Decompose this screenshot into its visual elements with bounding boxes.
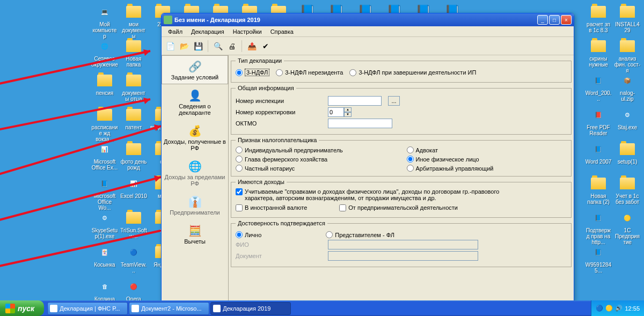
tray-icon[interactable]: 🟡 [605,305,613,312]
desktop-icon[interactable]: расчет зп в 1с 8.3 [585,3,612,33]
desktop-icon[interactable]: ⚙Staj.exe [614,106,641,130]
desktop-icon[interactable]: документы отца [120,72,147,102]
oktmo-input[interactable] [328,119,392,128]
inspection-input[interactable] [328,96,382,106]
trust-radio-0[interactable]: Лично [236,231,261,238]
tray-icon[interactable]: 🔵 [596,305,603,312]
doc-label: Документ [236,253,321,259]
save-file-button[interactable]: 💾 [192,40,204,53]
desktop-icon[interactable]: пенсия [91,72,118,96]
desktop-icon[interactable]: 🔴Opera [120,278,147,302]
menu-Декларация[interactable]: Декларация [187,27,229,36]
desktop-icon[interactable]: 📊Excel 2010 [120,175,147,199]
desktop-icon[interactable]: фото день рожд [120,141,147,171]
decltype-radio-2[interactable]: 3-НДФЛ при завершении деятельности ИП [349,69,476,76]
desktop-icon[interactable]: анализ фин. сост-я [614,38,641,74]
desktop-icon[interactable]: патент [120,106,147,130]
correction-spin-down[interactable]: ▼ [344,112,352,117]
desktop-icon[interactable]: 🟡1С Предприятие [614,209,641,245]
file-icon [619,38,636,55]
file-icon: 📘 [590,72,607,89]
file-icon: 📦 [619,72,636,89]
tray-icon[interactable]: 🔊 [615,305,623,312]
desktop-icon[interactable]: 📦nalog-ul.zip [614,72,641,102]
taxpayer-radio-5[interactable]: Арбитражный управляющий [407,165,567,172]
system-tray[interactable]: 🔵 🟡 🔊 12:55 [591,300,644,316]
sidebar-item-0[interactable]: 🔗Задание условий [162,55,228,84]
open-file-button[interactable]: 📂 [178,40,191,53]
sidebar-item-5[interactable]: 🧮Вычеты [162,219,228,248]
desktop-icon[interactable]: ⚙SkypeSetup(1).exe [91,209,118,239]
desktop-icon[interactable]: TriSun.Softw... [120,209,147,239]
preview-button[interactable]: 🔍 [211,40,224,53]
desktop-icon[interactable]: 💻Мой компьютер [91,3,118,39]
desktop-icon[interactable]: 📕Free PDF Reader [585,106,612,136]
oktmo-label: ОКТМО [236,120,321,127]
file-icon: 📘 [96,175,113,192]
decltype-radio-1[interactable]: 3-НДФЛ нерезидента [276,69,343,76]
general-info-group: Общая информация Номер инспекции ... Ном… [231,85,572,135]
taxpayer-radio-4[interactable]: Иное физическое лицо [407,156,567,163]
declaration-type-legend: Тип декларации [236,57,284,64]
titlebar[interactable]: Без имени - Декларация 2019 _ □ × [162,13,574,26]
sidebar-item-2[interactable]: 💰Доходы, полученные в РФ [162,120,228,155]
check-button[interactable]: ✔ [259,40,272,53]
desktop-icon[interactable]: 🃏Косынка [91,244,118,268]
new-file-button[interactable]: 📄 [164,40,177,53]
print-button[interactable]: 🖨 [225,40,238,53]
desktop-icon[interactable]: 🌐Сетевое окружение [91,38,118,68]
desktop-icon[interactable]: скрины нужные [585,38,612,68]
sidebar-icon: 🧮 [163,223,226,238]
desktop-icon[interactable]: 📘Подтвержд прав на http... [585,209,612,245]
desktop-icon[interactable]: 📊Microsoft Office Ex... [91,141,118,171]
app-window: Без имени - Декларация 2019 _ □ × ФайлДе… [161,13,574,302]
menu-Файл[interactable]: Файл [164,27,187,36]
maximize-button[interactable]: □ [549,15,560,25]
sidebar-item-4: 👔Предприниматели [162,190,228,219]
desktop-icon[interactable]: мои документы [120,3,147,39]
taskbar-task[interactable]: Документ2 - Microso... [129,302,209,315]
sidebar-icon: 👔 [163,194,226,209]
close-button[interactable]: × [561,15,572,25]
desktop-icon[interactable]: INSTALL429 [614,3,641,33]
desktop-icon[interactable]: setup(1) [614,141,641,165]
minimize-button[interactable]: _ [537,15,548,25]
desktop-icon[interactable]: 🗑Корзина [91,278,118,302]
trust-legend: Достоверность подтверждается [236,220,327,226]
desktop-icon[interactable]: Новая папка (2) [585,175,612,205]
menu-Справка[interactable]: Справка [266,27,298,36]
desktop-icon[interactable]: 📘W95912845... [585,244,612,274]
correction-input[interactable] [328,107,344,117]
desktop-icon[interactable]: 🔵TeamView... [120,244,147,274]
file-icon [590,38,607,55]
menu-Настройки[interactable]: Настройки [229,27,266,36]
taxpayer-radio-2[interactable]: Частный нотариус [236,165,396,172]
taskbar-task[interactable]: Декларация | ФНС Р... [47,302,128,315]
desktop-icon[interactable]: Учет в 1с без забот [614,175,641,205]
file-icon [590,3,607,20]
desktop-icon[interactable]: Новая папка [120,38,147,68]
taxpayer-radio-1[interactable]: Глава фермерского хозяйства [236,156,396,163]
desktop-icon[interactable]: расписание жд вокза... [91,106,118,142]
desktop-icon[interactable]: 📘Word 2007 [585,141,612,165]
income-chk3[interactable]: От предпринимательской деятельности [339,204,458,211]
inspection-lookup-button[interactable]: ... [388,96,400,106]
file-icon [125,38,142,55]
correction-spin-up[interactable]: ▲ [344,107,352,112]
trust-radio-1[interactable]: Представителем - ФЛ [326,231,394,238]
sidebar-icon: 👤 [163,88,226,103]
income-chk2[interactable]: В иностранной валюте [236,204,307,211]
desktop-icon[interactable]: 📘Word_200... [585,72,612,102]
file-icon: 🗑 [96,278,113,295]
sidebar-item-1[interactable]: 👤Сведения о декларанте [162,84,228,120]
clock[interactable]: 12:55 [625,305,640,312]
decltype-radio-0[interactable]: 3-НДФЛ [236,69,269,76]
export-button[interactable]: 📤 [245,40,258,53]
general-info-legend: Общая информация [236,85,296,91]
desktop-icon[interactable]: 📘Microsoft Office Wo... [91,175,118,211]
taxpayer-radio-0[interactable]: Индивидуальный предприниматель [236,146,396,153]
start-button[interactable]: пуск [0,300,44,316]
taskbar-task[interactable]: Декларация 2019 [210,302,291,315]
income-chk1[interactable]: Учитываемые "справками о доходах физичес… [236,188,567,201]
taxpayer-radio-3[interactable]: Адвокат [407,146,567,153]
